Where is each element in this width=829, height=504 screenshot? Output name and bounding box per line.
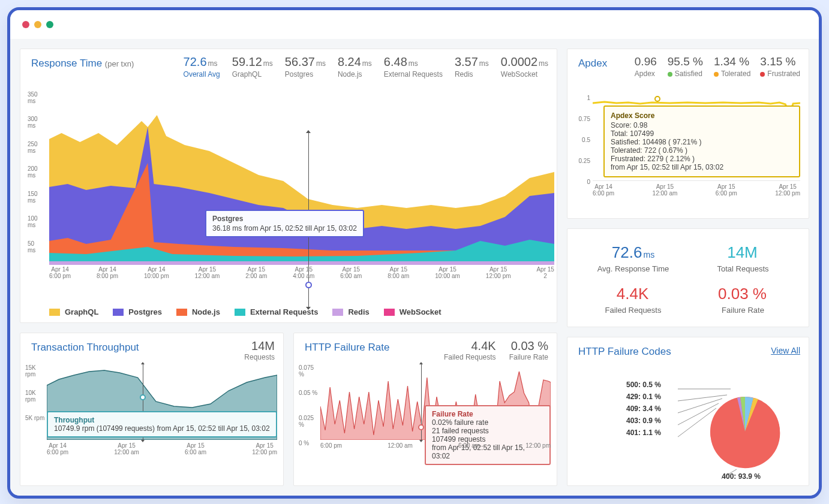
- metric-label: Tolerated: [714, 70, 750, 78]
- response-tooltip: Postgres 36.18 ms from Apr 15, 02:52 til…: [205, 210, 364, 237]
- metric-value: 56.37ms: [285, 55, 326, 69]
- apdex-tooltip: Apdex Score Score: 0.98Total: 107499Sati…: [603, 105, 800, 177]
- response-metrics-row: 72.6msOverall Avg59.12msGraphQL56.37msPo…: [184, 55, 548, 79]
- tooltip-body: 36.18 ms from Apr 15, 02:52 till Apr 15,…: [212, 224, 357, 233]
- tooltip-lines: 0.02% failure rate21 failed requests1074…: [432, 418, 543, 460]
- summary-label: Avg. Response Time: [597, 264, 669, 273]
- metric-value: 59.12ms: [232, 55, 273, 69]
- metric-value: 0.96: [635, 55, 658, 68]
- minimize-icon[interactable]: [34, 21, 41, 28]
- metric-value: 3.15 %: [760, 55, 800, 68]
- summary-value: 0.03 %: [718, 285, 768, 303]
- metric-label: Requests: [244, 353, 275, 361]
- legend-item[interactable]: External Requests: [235, 307, 318, 316]
- metric: 0.0002msWebSocket: [501, 55, 548, 79]
- legend-item[interactable]: WebSocket: [384, 307, 441, 316]
- tooltip-title: Postgres: [212, 215, 357, 223]
- dashboard-canvas: Response Time (per txn) 72.6msOverall Av…: [10, 39, 819, 496]
- metric-label: Postgres: [285, 70, 326, 79]
- pie-chart[interactable]: 500: 0.5 %429: 0.1 %409: 3.4 %403: 0.9 %…: [567, 366, 809, 481]
- metric-label: GraphQL: [232, 70, 273, 79]
- response-x-axis: Apr 146:00 pmApr 148:00 pmApr 1410:00 pm…: [49, 266, 554, 279]
- metric: 8.24msNode.js: [338, 55, 372, 79]
- metric: 0.96Apdex: [635, 55, 658, 78]
- throughput-panel: Transaction Throughput 14M Requests 15K …: [20, 333, 284, 486]
- metric-label: Node.js: [338, 70, 372, 79]
- metric-value: 3.57ms: [455, 55, 489, 69]
- legend-item[interactable]: Redis: [332, 307, 369, 316]
- legend-item[interactable]: Postgres: [113, 307, 162, 316]
- metric: 56.37msPostgres: [285, 55, 326, 79]
- response-time-chart[interactable]: [49, 91, 554, 265]
- metric-value: 14M: [244, 339, 275, 353]
- legend-item[interactable]: Node.js: [176, 307, 220, 316]
- metric-label: WebSocket: [501, 70, 548, 79]
- metric-value: 1.34 %: [714, 55, 750, 68]
- title-subtext: (per txn): [105, 59, 134, 68]
- metric-value: 0.0002ms: [501, 55, 548, 69]
- metric: 3.57msRedis: [455, 55, 489, 79]
- metric-value: 8.24ms: [338, 55, 372, 69]
- pie-slice-labels: 500: 0.5 %429: 0.1 %409: 3.4 %403: 0.9 %…: [589, 381, 661, 440]
- throughput-tooltip: Throughput 10749.9 rpm (107499 requests)…: [47, 411, 277, 437]
- metric: 95.5 %Satisfied: [668, 55, 704, 78]
- metric: 72.6msOverall Avg: [184, 55, 220, 79]
- browser-frame: Response Time (per txn) 72.6msOverall Av…: [7, 7, 822, 499]
- response-legend: GraphQLPostgresNode.jsExternal RequestsR…: [49, 307, 441, 316]
- tooltip-body: 10749.9 rpm (107499 requests) from Apr 1…: [54, 424, 270, 433]
- summary-value: 72.6ms: [612, 243, 654, 262]
- maximize-icon[interactable]: [46, 21, 53, 28]
- apdex-highlight-marker: [654, 96, 660, 102]
- summary-grid: 72.6msAvg. Response Time14MTotal Request…: [578, 237, 798, 321]
- summary-value: 14M: [727, 243, 759, 262]
- throughput-y-axis: 15K rpm10K rpm5K rpm: [25, 364, 47, 440]
- response-time-panel: Response Time (per txn) 72.6msOverall Av…: [20, 49, 557, 323]
- metric-value: 95.5 %: [668, 55, 704, 68]
- window-controls-bar: [10, 10, 819, 39]
- summary-cell: 0.03 %Failure Rate: [688, 279, 798, 321]
- failure-tooltip: Failure Rate 0.02% failure rate21 failed…: [425, 405, 551, 465]
- failure-codes-panel: HTTP Failure Codes View All: [567, 337, 809, 486]
- metric-value: 6.48ms: [384, 55, 443, 69]
- pie-main-label: 400: 93.9 %: [722, 472, 761, 481]
- throughput-header-metric: 14M Requests: [244, 339, 275, 361]
- summary-panel: 72.6msAvg. Response Time14MTotal Request…: [567, 228, 809, 328]
- summary-label: Failure Rate: [722, 306, 764, 315]
- panel-title: Transaction Throughput: [31, 342, 272, 354]
- metric-label: Overall Avg: [184, 70, 220, 79]
- tooltip-title: Failure Rate: [432, 410, 543, 418]
- metric: 6.48msExternal Requests: [384, 55, 443, 79]
- throughput-highlight-marker: [140, 394, 146, 400]
- metric-label: Satisfied: [668, 70, 704, 78]
- summary-label: Total Requests: [717, 264, 769, 273]
- throughput-x-axis: Apr 146:00 pmApr 1512:00 amApr 156:00 am…: [47, 442, 277, 455]
- metric-label: Apdex: [635, 70, 658, 78]
- metric-label: External Requests: [384, 70, 443, 79]
- metric: 4.4KFailed Requests: [444, 339, 496, 361]
- summary-label: Failed Requests: [605, 306, 662, 315]
- response-highlight-marker: [305, 282, 312, 288]
- metric: 1.34 %Tolerated: [714, 55, 750, 78]
- title-text: Response Time: [31, 58, 102, 69]
- failure-panel: HTTP Failure Rate 4.4KFailed Requests0.0…: [293, 333, 557, 486]
- summary-cell: 72.6msAvg. Response Time: [578, 237, 688, 279]
- tooltip-title: Apdex Score: [611, 111, 793, 120]
- failure-y-axis: 0.075 %0.05 %0.025 %0 %: [299, 364, 320, 440]
- metric: 3.15 %Frustrated: [760, 55, 800, 78]
- failure-highlight-marker: [418, 424, 424, 430]
- view-all-link[interactable]: View All: [771, 346, 800, 355]
- close-icon[interactable]: [22, 21, 29, 28]
- summary-cell: 14MTotal Requests: [688, 237, 798, 279]
- failure-header-metrics: 4.4KFailed Requests0.03 %Failure Rate: [444, 339, 548, 361]
- apdex-metrics-row: 0.96Apdex95.5 %Satisfied1.34 %Tolerated3…: [635, 55, 800, 78]
- apdex-y-axis: 10.750.50.250: [576, 97, 593, 181]
- summary-value: 4.4K: [617, 285, 650, 303]
- legend-item[interactable]: GraphQL: [49, 307, 98, 316]
- apdex-panel: Apdex 0.96Apdex95.5 %Satisfied1.34 %Tole…: [567, 49, 809, 219]
- panel-title: HTTP Failure Codes: [578, 346, 798, 358]
- summary-cell: 4.4KFailed Requests: [578, 279, 688, 321]
- metric-label: Frustrated: [760, 70, 800, 78]
- metric: 59.12msGraphQL: [232, 55, 273, 79]
- apdex-x-axis: Apr 146:00 pmApr 1512:00 amApr 156:00 pm…: [593, 183, 800, 197]
- tooltip-title: Throughput: [54, 416, 270, 424]
